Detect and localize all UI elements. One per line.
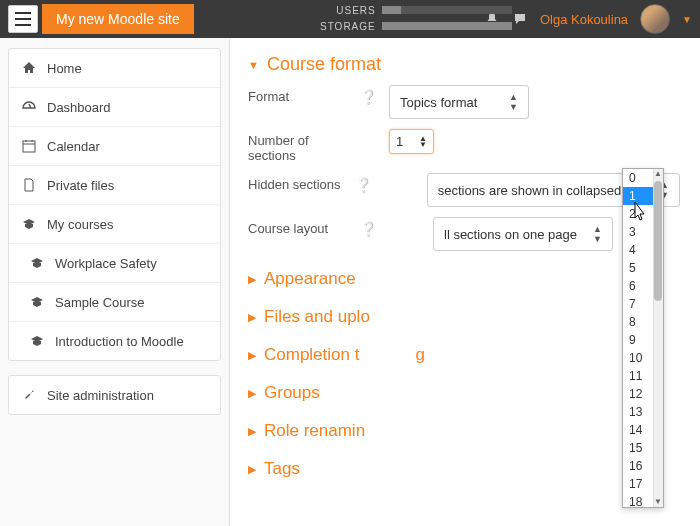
- sidebar-item-sample-course[interactable]: Sample Course: [9, 283, 220, 322]
- help-icon[interactable]: ❔: [360, 89, 377, 105]
- sidebar-item-label: My courses: [47, 217, 113, 232]
- chevron-right-icon: ▶: [248, 425, 256, 438]
- section-completion[interactable]: ▶Completion tg: [248, 345, 680, 365]
- section-title: Groups: [264, 383, 320, 403]
- label-course-layout: Course layout: [248, 217, 348, 236]
- graduation-icon: [29, 333, 45, 349]
- sidebar-item-label: Calendar: [47, 139, 100, 154]
- sidebar-item-label: Sample Course: [55, 295, 145, 310]
- select-value: 1: [396, 134, 403, 149]
- label-hidden-sections: Hidden sections: [248, 173, 343, 192]
- scroll-down-icon[interactable]: ▼: [653, 497, 663, 507]
- section-title: Completion t: [264, 345, 359, 365]
- scrollbar-thumb[interactable]: [654, 181, 662, 301]
- graduation-icon: [29, 255, 45, 271]
- chevron-down-icon: ▼: [248, 59, 259, 71]
- sidebar-item-label: Site administration: [47, 388, 154, 403]
- select-value: ll sections on one page: [444, 227, 577, 242]
- storage-label: STORAGE: [320, 21, 376, 32]
- site-brand[interactable]: My new Moodle site: [42, 4, 194, 34]
- storage-bar: [382, 22, 512, 30]
- chevron-right-icon: ▶: [248, 311, 256, 324]
- section-course-format[interactable]: ▼ Course format: [248, 54, 680, 75]
- calendar-icon: [21, 138, 37, 154]
- wrench-icon: [21, 387, 37, 403]
- hamburger-icon: [15, 12, 31, 26]
- select-value: Topics format: [400, 95, 477, 110]
- row-hidden-sections: Hidden sections ❔ sections are shown in …: [248, 173, 680, 207]
- sidebar-item-home[interactable]: Home: [9, 49, 220, 88]
- sidebar-item-workplace-safety[interactable]: Workplace Safety: [9, 244, 220, 283]
- sidebar: Home Dashboard Calendar Private files My…: [0, 38, 230, 526]
- row-num-sections: Number of sections ❔ 1 ▲▼: [248, 129, 680, 163]
- avatar[interactable]: [640, 4, 670, 34]
- select-course-layout[interactable]: ll sections on one page ▲▼: [433, 217, 613, 251]
- row-course-layout: Course layout ❔ ll sections on one page …: [248, 217, 680, 251]
- section-files[interactable]: ▶Files and uplo: [248, 307, 680, 327]
- help-icon[interactable]: ❔: [360, 221, 377, 237]
- select-num-sections[interactable]: 1 ▲▼: [389, 129, 434, 154]
- menu-toggle-button[interactable]: [8, 5, 38, 33]
- sidebar-item-label: Private files: [47, 178, 114, 193]
- updown-icon: ▲▼: [509, 92, 518, 112]
- scrollbar-track[interactable]: ▲ ▼: [653, 169, 663, 507]
- num-sections-dropdown[interactable]: 012345678910111213141516171819 ▲ ▼: [622, 168, 664, 508]
- section-title: Role renamin: [264, 421, 365, 441]
- graduation-icon: [29, 294, 45, 310]
- updown-icon: ▲▼: [593, 224, 602, 244]
- chat-icon[interactable]: [512, 11, 528, 27]
- file-icon: [21, 177, 37, 193]
- sidebar-item-label: Home: [47, 61, 82, 76]
- svg-rect-0: [23, 141, 35, 152]
- sidebar-item-courses[interactable]: My courses: [9, 205, 220, 244]
- dashboard-icon: [21, 99, 37, 115]
- section-title: Files and uplo: [264, 307, 370, 327]
- row-format: Format ❔ Topics format ▲▼: [248, 85, 680, 119]
- usage-stats: USERS STORAGE: [320, 2, 512, 34]
- section-title: Appearance: [264, 269, 356, 289]
- help-icon[interactable]: ❔: [355, 177, 372, 193]
- sidebar-item-label: Introduction to Moodle: [55, 334, 184, 349]
- scroll-up-icon[interactable]: ▲: [653, 169, 663, 179]
- graduation-icon: [21, 216, 37, 232]
- section-title: Course format: [267, 54, 381, 75]
- topbar: My new Moodle site USERS STORAGE Olga Ko…: [0, 0, 700, 38]
- user-menu-caret[interactable]: ▼: [682, 14, 692, 25]
- sidebar-item-files[interactable]: Private files: [9, 166, 220, 205]
- chevron-right-icon: ▶: [248, 463, 256, 476]
- users-bar: [382, 6, 512, 14]
- sidebar-item-dashboard[interactable]: Dashboard: [9, 88, 220, 127]
- chevron-right-icon: ▶: [248, 273, 256, 286]
- sidebar-item-intro-moodle[interactable]: Introduction to Moodle: [9, 322, 220, 360]
- select-format[interactable]: Topics format ▲▼: [389, 85, 529, 119]
- section-title-suffix: g: [415, 345, 424, 365]
- select-value: sections are shown in collapsed form: [438, 183, 651, 198]
- sidebar-item-label: Workplace Safety: [55, 256, 157, 271]
- label-num-sections: Number of sections: [248, 129, 348, 163]
- chevron-right-icon: ▶: [248, 387, 256, 400]
- sidebar-item-calendar[interactable]: Calendar: [9, 127, 220, 166]
- section-appearance[interactable]: ▶Appearance: [248, 269, 680, 289]
- users-label: USERS: [336, 5, 375, 16]
- label-format: Format: [248, 85, 348, 104]
- sidebar-item-admin[interactable]: Site administration: [9, 376, 220, 414]
- updown-icon: ▲▼: [419, 136, 427, 148]
- section-title: Tags: [264, 459, 300, 479]
- user-name[interactable]: Olga Kokoulina: [540, 12, 628, 27]
- sidebar-item-label: Dashboard: [47, 100, 111, 115]
- main-content: ▼ Course format Format ❔ Topics format ▲…: [230, 38, 700, 526]
- section-tags[interactable]: ▶Tags: [248, 459, 680, 479]
- home-icon: [21, 60, 37, 76]
- section-groups[interactable]: ▶Groups: [248, 383, 680, 403]
- chevron-right-icon: ▶: [248, 349, 256, 362]
- section-role-renaming[interactable]: ▶Role renamin: [248, 421, 680, 441]
